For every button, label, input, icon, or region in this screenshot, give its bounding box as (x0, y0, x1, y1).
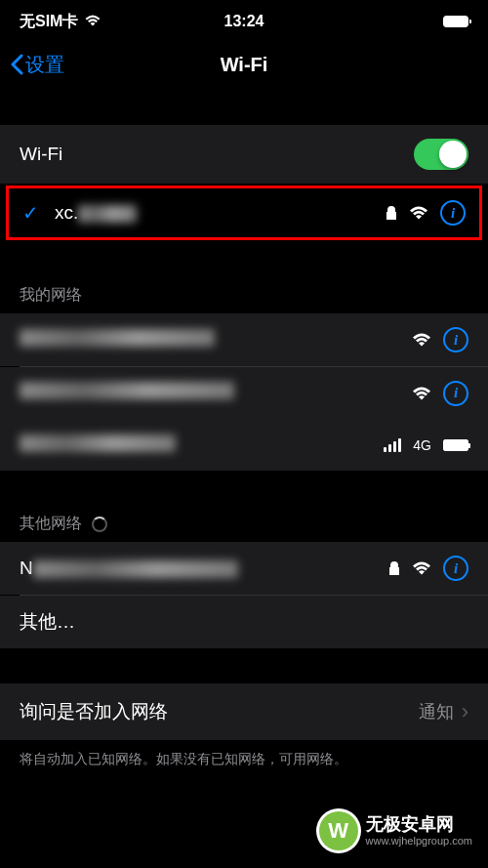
nav-bar: 设置 Wi-Fi (0, 43, 488, 86)
wifi-toggle[interactable] (414, 139, 468, 170)
wifi-toggle-label: Wi-Fi (20, 144, 414, 165)
info-icon[interactable]: i (440, 200, 466, 226)
network-name (20, 382, 412, 404)
network-row[interactable]: i (0, 367, 488, 420)
cellular-signal-icon (384, 438, 401, 452)
lock-icon (386, 205, 397, 221)
back-button[interactable]: 设置 (10, 52, 64, 78)
lock-icon (388, 560, 400, 576)
network-name (20, 434, 384, 457)
wifi-signal-icon (412, 387, 431, 400)
wifi-signal-icon (412, 561, 431, 575)
spinner-icon (92, 517, 107, 532)
wifi-icon (84, 13, 102, 30)
info-icon[interactable]: i (443, 327, 468, 352)
wifi-signal-icon (412, 333, 431, 347)
chevron-right-icon: › (462, 699, 468, 724)
chevron-left-icon (10, 54, 23, 75)
other-network-manual[interactable]: 其他… (0, 596, 488, 648)
footer-text: 将自动加入已知网络。如果没有已知网络，可用网络。 (0, 740, 488, 779)
wifi-signal-icon (409, 206, 428, 220)
my-networks-header: 我的网络 (0, 277, 488, 313)
ask-join-row[interactable]: 询问是否加入网络 通知 › (0, 683, 488, 740)
watermark-url: www.wjhelpgroup.com (366, 835, 472, 847)
other-label: 其他… (20, 609, 468, 635)
network-row[interactable]: N i (0, 542, 488, 595)
cellular-type: 4G (413, 437, 431, 453)
info-icon[interactable]: i (443, 381, 468, 406)
network-row[interactable]: i (0, 313, 488, 366)
watermark-title: 无极安卓网 (366, 815, 472, 835)
status-right (443, 16, 468, 27)
watermark: W 无极安卓网 www.wjhelpgroup.com (319, 811, 472, 850)
wifi-toggle-row: Wi-Fi (0, 125, 488, 184)
status-left: 无SIM卡 (20, 12, 102, 32)
connected-network-row[interactable]: ✓ xc. i (6, 186, 482, 240)
carrier-text: 无SIM卡 (20, 12, 78, 32)
connected-network-name: xc. (55, 202, 386, 224)
ask-join-value: 通知 (419, 700, 454, 723)
back-label: 设置 (25, 52, 64, 78)
status-time: 13:24 (224, 13, 264, 30)
ask-join-label: 询问是否加入网络 (20, 699, 419, 724)
battery-icon (443, 16, 468, 27)
network-row[interactable]: 4G (0, 420, 488, 471)
network-name: N (20, 558, 388, 579)
page-title: Wi-Fi (221, 54, 268, 76)
status-bar: 无SIM卡 13:24 (0, 0, 488, 43)
hotspot-battery-icon (443, 439, 468, 451)
other-networks-header: 其他网络 (0, 506, 488, 542)
check-icon: ✓ (22, 201, 39, 225)
toggle-knob (439, 141, 467, 168)
watermark-logo: W (319, 811, 358, 850)
info-icon[interactable]: i (443, 556, 468, 581)
network-name (20, 329, 412, 351)
